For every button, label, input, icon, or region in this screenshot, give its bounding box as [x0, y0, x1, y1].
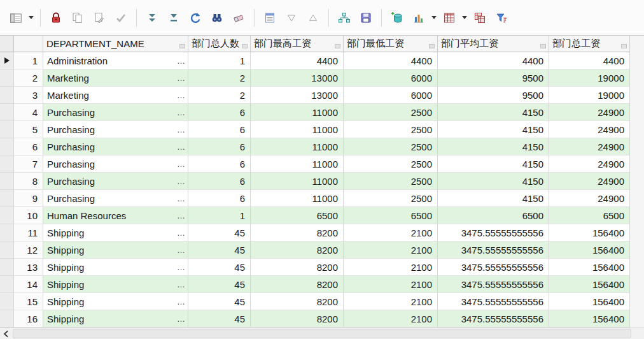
- find-button[interactable]: [207, 8, 227, 27]
- chart-dropdown[interactable]: [430, 8, 438, 27]
- cell-dept-avg-salary[interactable]: 4150: [438, 121, 549, 138]
- row-number[interactable]: 9: [14, 190, 43, 207]
- cell-dept-min-salary[interactable]: 2500: [344, 121, 438, 138]
- cell-dept-avg-salary[interactable]: 4400: [438, 52, 549, 69]
- row-select-gutter[interactable]: [0, 121, 14, 138]
- cell-ellipsis-button[interactable]: [177, 143, 188, 151]
- cell-dept-min-salary[interactable]: 2100: [344, 224, 438, 242]
- cell-dept-total-salary[interactable]: 19000: [549, 87, 630, 104]
- column-header-dept-max-salary[interactable]: 部门最高工资: [251, 36, 344, 52]
- cell-dept-max-salary[interactable]: 8200: [251, 310, 344, 328]
- table-row[interactable]: 14 Shipping 45 8200 2100 3475.5555555555…: [0, 276, 644, 293]
- cell-dept-avg-salary[interactable]: 4150: [438, 155, 549, 173]
- cell-dept-headcount[interactable]: 45: [188, 242, 251, 259]
- refresh-button[interactable]: [186, 8, 205, 27]
- row-select-gutter[interactable]: [0, 104, 14, 121]
- cell-department-name[interactable]: Shipping: [43, 224, 188, 242]
- cell-department-name[interactable]: Human Resources: [43, 207, 188, 224]
- cell-dept-max-salary[interactable]: 8200: [251, 242, 344, 259]
- cell-dept-headcount[interactable]: 45: [188, 224, 251, 242]
- row-select-gutter[interactable]: [0, 87, 14, 104]
- cell-dept-min-salary[interactable]: 2100: [344, 310, 438, 328]
- cell-ellipsis-button[interactable]: [177, 194, 188, 203]
- cell-dept-total-salary[interactable]: 4400: [549, 52, 630, 69]
- column-header-dept-avg-salary[interactable]: 部门平均工资: [438, 36, 549, 52]
- cell-dept-max-salary[interactable]: 6500: [251, 207, 344, 224]
- row-number[interactable]: 4: [14, 104, 43, 121]
- clear-button[interactable]: [229, 8, 248, 27]
- cell-ellipsis-button[interactable]: [177, 91, 188, 99]
- cell-department-name[interactable]: Purchasing: [43, 173, 188, 190]
- cell-dept-max-salary[interactable]: 13000: [251, 87, 344, 104]
- cell-dept-max-salary[interactable]: 8200: [251, 224, 344, 242]
- cell-department-name[interactable]: Marketing: [43, 69, 188, 87]
- copy-record-button[interactable]: [68, 8, 87, 27]
- row-number[interactable]: 8: [14, 173, 43, 190]
- row-number[interactable]: 2: [14, 69, 43, 87]
- cell-dept-min-salary[interactable]: 2500: [344, 190, 438, 207]
- cell-dept-headcount[interactable]: 6: [188, 121, 251, 138]
- column-header-dept-total-salary[interactable]: 部门总工资: [549, 36, 630, 52]
- cell-ellipsis-button[interactable]: [177, 229, 188, 237]
- cell-ellipsis-button[interactable]: [177, 298, 188, 306]
- grid-corner-cell[interactable]: [0, 36, 14, 52]
- table-row[interactable]: 7 Purchasing 6 11000 2500 4150 24900: [0, 155, 644, 173]
- cell-dept-max-salary[interactable]: 11000: [251, 155, 344, 173]
- fetch-all-button[interactable]: [164, 8, 183, 27]
- column-grip[interactable]: [335, 44, 340, 48]
- row-number[interactable]: 10: [14, 207, 43, 224]
- table-row[interactable]: 6 Purchasing 6 11000 2500 4150 24900: [0, 138, 644, 155]
- row-select-gutter[interactable]: [0, 242, 14, 259]
- cell-department-name[interactable]: Marketing: [43, 87, 188, 104]
- row-number[interactable]: 6: [14, 138, 43, 155]
- table-row[interactable]: 13 Shipping 45 8200 2100 3475.5555555555…: [0, 259, 644, 276]
- row-select-gutter[interactable]: [0, 259, 14, 276]
- cell-dept-total-salary[interactable]: 156400: [549, 293, 630, 310]
- cell-dept-max-salary[interactable]: 11000: [251, 121, 344, 138]
- save-button[interactable]: [356, 8, 375, 27]
- column-header-dept-headcount[interactable]: 部门总人数: [188, 36, 251, 52]
- table-row[interactable]: 4 Purchasing 6 11000 2500 4150 24900: [0, 104, 644, 121]
- cell-department-name[interactable]: Shipping: [43, 293, 188, 310]
- sort-desc-button[interactable]: [282, 8, 301, 27]
- row-number[interactable]: 7: [14, 155, 43, 173]
- cell-dept-headcount[interactable]: 45: [188, 293, 251, 310]
- cell-dept-total-salary[interactable]: 156400: [549, 259, 630, 276]
- scrollbar-thumb[interactable]: [13, 329, 631, 338]
- sort-asc-button[interactable]: [304, 8, 323, 27]
- cell-dept-min-salary[interactable]: 2500: [344, 155, 438, 173]
- cell-department-name[interactable]: Shipping: [43, 259, 188, 276]
- row-number[interactable]: 13: [14, 259, 43, 276]
- cell-dept-max-salary[interactable]: 4400: [251, 52, 344, 69]
- cell-dept-max-salary[interactable]: 11000: [251, 190, 344, 207]
- cell-dept-avg-salary[interactable]: 6500: [438, 207, 549, 224]
- row-select-gutter[interactable]: [0, 207, 14, 224]
- row-number[interactable]: 1: [14, 52, 43, 69]
- cell-dept-min-salary[interactable]: 2100: [344, 259, 438, 276]
- cell-dept-total-salary[interactable]: 156400: [549, 242, 630, 259]
- cell-dept-min-salary[interactable]: 2500: [344, 173, 438, 190]
- cell-department-name[interactable]: Shipping: [43, 310, 188, 328]
- cell-dept-min-salary[interactable]: 2100: [344, 293, 438, 310]
- cell-dept-total-salary[interactable]: 24900: [549, 104, 630, 121]
- row-number[interactable]: 12: [14, 242, 43, 259]
- table-row[interactable]: 3 Marketing 2 13000 6000 9500 19000: [0, 87, 644, 104]
- horizontal-scrollbar[interactable]: [0, 328, 644, 339]
- cell-dept-headcount[interactable]: 6: [188, 155, 251, 173]
- cell-ellipsis-button[interactable]: [177, 74, 188, 82]
- cell-dept-total-salary[interactable]: 24900: [549, 155, 630, 173]
- row-number-header[interactable]: [14, 36, 43, 52]
- cell-ellipsis-button[interactable]: [177, 263, 188, 271]
- cell-dept-avg-salary[interactable]: 4150: [438, 138, 549, 155]
- table-row[interactable]: 2 Marketing 2 13000 6000 9500 19000: [0, 69, 644, 87]
- column-grip[interactable]: [179, 44, 185, 48]
- cell-dept-headcount[interactable]: 2: [188, 87, 251, 104]
- table-row[interactable]: 5 Purchasing 6 11000 2500 4150 24900: [0, 121, 644, 138]
- cell-dept-min-salary[interactable]: 4400: [344, 52, 438, 69]
- cell-dept-total-salary[interactable]: 19000: [549, 69, 630, 87]
- column-grip[interactable]: [540, 44, 546, 48]
- row-number[interactable]: 15: [14, 293, 43, 310]
- cell-dept-total-salary[interactable]: 156400: [549, 310, 630, 328]
- cell-ellipsis-button[interactable]: [177, 57, 188, 65]
- filter-button[interactable]: [492, 8, 511, 27]
